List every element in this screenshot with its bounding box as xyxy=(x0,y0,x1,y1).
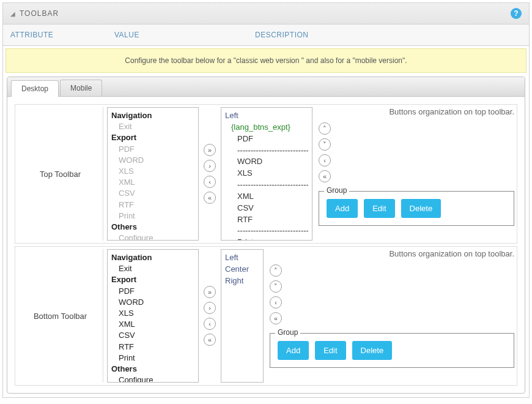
list-separator[interactable]: --------------------------- xyxy=(225,145,308,157)
bottom-source-list[interactable]: Navigation Exit Export PDF WORD XLS XML … xyxy=(107,249,199,383)
move-down-icon[interactable]: ˅ xyxy=(270,280,282,293)
list-header-nav: Navigation xyxy=(111,110,194,121)
list-item[interactable]: XLS xyxy=(111,166,194,177)
top-order-buttons: ˄ ˅ ‹ « xyxy=(319,122,336,182)
move-all-left-icon[interactable]: « xyxy=(270,312,282,324)
top-toolbar-label: Top Toolbar xyxy=(18,107,103,241)
add-button[interactable]: Add xyxy=(278,341,309,360)
col-value: VALUE xyxy=(114,31,255,39)
list-item[interactable]: RTF xyxy=(111,342,194,353)
delete-button[interactable]: Delete xyxy=(401,199,441,218)
list-item[interactable]: XLS xyxy=(225,168,308,179)
list-item[interactable]: WORD xyxy=(225,156,308,168)
list-item[interactable]: Right xyxy=(225,275,259,287)
top-transfer-buttons: » › ‹ « xyxy=(199,107,221,241)
list-item[interactable]: PDF xyxy=(111,144,194,155)
bottom-toolbar-row: Bottom Toolbar Navigation Exit Export PD… xyxy=(15,246,517,386)
list-separator[interactable]: --------------------------- xyxy=(225,179,308,191)
bottom-right-column: Buttons organization on top toolbar. ˄ ˅… xyxy=(264,249,514,368)
panel-header: ◢ TOOLBAR ? xyxy=(3,3,529,24)
top-right-column: Buttons organization on top toolbar. ˄ ˅… xyxy=(312,107,514,226)
column-headers: ATTRIBUTE VALUE DESCRIPTION xyxy=(3,24,529,46)
list-item[interactable]: Print xyxy=(111,353,194,364)
list-item[interactable]: WORD xyxy=(111,297,194,308)
list-item[interactable]: Exit xyxy=(111,263,194,274)
list-item[interactable]: Exit xyxy=(111,121,194,132)
list-item[interactable]: RTF xyxy=(225,214,308,226)
list-item[interactable]: WORD xyxy=(111,155,194,166)
move-left-icon[interactable]: ‹ xyxy=(204,176,216,188)
list-header-export: Export xyxy=(111,274,194,285)
list-item[interactable]: Print xyxy=(111,211,194,222)
move-right-icon[interactable]: › xyxy=(204,302,216,314)
tab-mobile[interactable]: Mobile xyxy=(60,80,102,96)
list-item[interactable]: CSV xyxy=(111,330,194,341)
config-alert: Configure the toolbar below for a "class… xyxy=(6,48,526,73)
move-top-icon[interactable]: ˄ xyxy=(270,264,282,277)
list-item[interactable]: {lang_btns_expt} xyxy=(225,122,308,133)
move-all-right-icon[interactable]: » xyxy=(204,144,216,156)
top-desc: Buttons organization on top toolbar. xyxy=(319,107,514,116)
move-all-left-icon[interactable]: « xyxy=(319,170,331,182)
move-left-icon[interactable]: ‹ xyxy=(319,154,331,166)
edit-button[interactable]: Edit xyxy=(315,341,345,360)
tabs-container: Desktop Mobile Top Toolbar Navigation Ex… xyxy=(7,77,525,394)
group-legend: Group xyxy=(275,328,300,337)
move-all-right-icon[interactable]: » xyxy=(204,286,216,298)
list-item[interactable]: PDF xyxy=(225,133,308,145)
panel-title: TOOLBAR xyxy=(20,9,59,18)
top-target-list[interactable]: Left {lang_btns_expt} PDF --------------… xyxy=(221,107,312,241)
toolbar-panel: ◢ TOOLBAR ? ATTRIBUTE VALUE DESCRIPTION … xyxy=(2,2,530,398)
list-item[interactable]: Left xyxy=(225,252,259,264)
bottom-group-box: Group Add Edit Delete xyxy=(270,333,514,368)
delete-button[interactable]: Delete xyxy=(352,341,393,360)
list-item[interactable]: CSV xyxy=(225,203,308,214)
edit-button[interactable]: Edit xyxy=(364,199,394,218)
help-icon[interactable]: ? xyxy=(511,8,522,19)
col-description: DESCRIPTION xyxy=(255,31,522,39)
move-down-icon[interactable]: ˅ xyxy=(319,138,331,151)
list-header-export: Export xyxy=(111,132,194,143)
move-right-icon[interactable]: › xyxy=(204,160,216,172)
list-header-others: Others xyxy=(111,364,194,375)
list-item[interactable]: XML xyxy=(225,191,308,203)
col-attribute: ATTRIBUTE xyxy=(10,31,114,39)
move-all-left-icon[interactable]: « xyxy=(204,334,216,346)
move-all-left-icon[interactable]: « xyxy=(204,192,216,204)
list-item[interactable]: Configure xyxy=(111,233,194,241)
top-group-box: Group Add Edit Delete xyxy=(319,191,514,226)
list-header-others: Others xyxy=(111,222,194,233)
tab-desktop[interactable]: Desktop xyxy=(11,80,59,97)
group-legend: Group xyxy=(324,186,349,195)
list-item[interactable]: Center xyxy=(225,264,259,275)
top-toolbar-row: Top Toolbar Navigation Exit Export PDF W… xyxy=(15,104,517,244)
list-item[interactable]: CSV xyxy=(111,188,194,199)
bottom-toolbar-label: Bottom Toolbar xyxy=(18,249,103,383)
list-header-nav: Navigation xyxy=(111,252,194,263)
list-item[interactable]: XLS xyxy=(111,308,194,319)
move-left-icon[interactable]: ‹ xyxy=(204,318,216,330)
move-left-icon[interactable]: ‹ xyxy=(270,296,282,309)
top-source-list[interactable]: Navigation Exit Export PDF WORD XLS XML … xyxy=(107,107,199,241)
list-item[interactable]: XML xyxy=(111,319,194,330)
tab-content-desktop: Top Toolbar Navigation Exit Export PDF W… xyxy=(7,97,525,393)
bottom-transfer-buttons: » › ‹ « xyxy=(199,249,221,383)
bottom-desc: Buttons organization on top toolbar. xyxy=(270,249,514,258)
move-top-icon[interactable]: ˄ xyxy=(319,122,331,135)
list-separator[interactable]: --------------------------- xyxy=(225,225,308,237)
list-item[interactable]: Left xyxy=(225,110,308,122)
list-item[interactable]: Configure xyxy=(111,375,194,383)
collapse-icon[interactable]: ◢ xyxy=(10,10,16,17)
add-button[interactable]: Add xyxy=(327,199,358,218)
list-item[interactable]: Print xyxy=(225,237,308,241)
bottom-target-list[interactable]: Left Center Right xyxy=(221,249,264,383)
tab-strip: Desktop Mobile xyxy=(7,77,525,97)
list-item[interactable]: XML xyxy=(111,177,194,188)
list-item[interactable]: RTF xyxy=(111,200,194,211)
list-item[interactable]: PDF xyxy=(111,286,194,297)
bottom-order-buttons: ˄ ˅ ‹ « xyxy=(270,264,287,324)
